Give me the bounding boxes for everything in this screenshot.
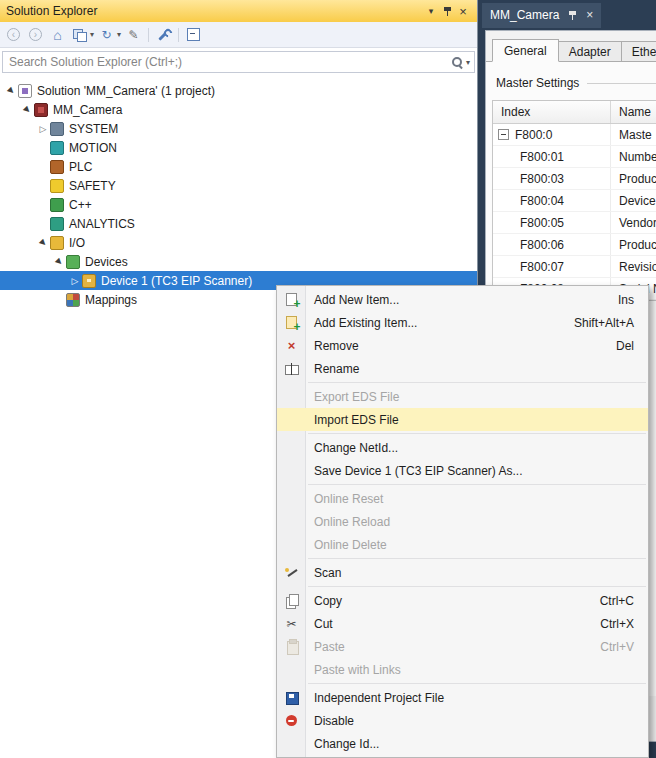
- master-settings-table: Index Name F800:0 Maste F800:01 Numbe F8…: [492, 100, 656, 301]
- tree-item-solution[interactable]: ▶ Solution 'MM_Camera' (1 project): [0, 81, 477, 100]
- table-row[interactable]: F800:04 Device: [493, 190, 656, 212]
- menu-item-import-eds-file[interactable]: Import EDS File: [277, 408, 648, 431]
- chevron-down-icon[interactable]: ▾: [117, 30, 121, 39]
- chevron-down-icon[interactable]: ▾: [466, 58, 470, 67]
- tree-item-io[interactable]: ▶ I/O: [0, 233, 477, 252]
- menu-item-label: Change Id...: [314, 737, 634, 751]
- group-label-text: Master Settings: [496, 76, 579, 90]
- menu-item-disable[interactable]: Disable: [277, 709, 648, 732]
- home-button[interactable]: ⌂: [48, 25, 67, 44]
- tab-general[interactable]: General: [492, 39, 559, 62]
- tree-item-system[interactable]: ▷ SYSTEM: [0, 119, 477, 138]
- menu-item-label: Online Reset: [314, 492, 634, 506]
- menu-separator: [308, 558, 646, 559]
- tree-item-label: Device 1 (TC3 EIP Scanner): [101, 274, 258, 288]
- cell-name: Device: [611, 194, 656, 208]
- expander-icon[interactable]: ▷: [68, 276, 82, 286]
- menu-item-label: Independent Project File: [314, 691, 634, 705]
- menu-item-change-netid[interactable]: Change NetId...: [277, 436, 648, 459]
- tree-item-cpp[interactable]: C++: [0, 195, 477, 214]
- menu-item-label: Change NetId...: [314, 441, 634, 455]
- nav-back-button[interactable]: ‹: [4, 25, 23, 44]
- forward-icon: ›: [29, 28, 42, 41]
- tree-item-label: PLC: [69, 160, 98, 174]
- scope-button[interactable]: [70, 25, 89, 44]
- menu-item-online-reset: Online Reset: [277, 487, 648, 510]
- nav-forward-button[interactable]: ›: [26, 25, 45, 44]
- cut-scissors-icon: ✂: [284, 616, 300, 632]
- tree-item-project-mm-camera[interactable]: ▶ MM_Camera: [0, 100, 477, 119]
- close-icon[interactable]: ×: [586, 9, 593, 22]
- tab-ethernet[interactable]: EtherN: [621, 41, 656, 62]
- table-row[interactable]: F800:07 Revisio: [493, 256, 656, 278]
- search-box: ▾: [2, 51, 475, 73]
- search-input[interactable]: [3, 55, 450, 69]
- menu-item-rename[interactable]: Rename: [277, 357, 648, 380]
- menu-item-save-device-as[interactable]: Save Device 1 (TC3 EIP Scanner) As...: [277, 459, 648, 482]
- tab-label: EtherN: [632, 45, 656, 59]
- expander-icon[interactable]: ▶: [3, 82, 20, 99]
- device-icon: [82, 274, 96, 288]
- table-row[interactable]: F800:0 Maste: [493, 124, 656, 146]
- pin-button[interactable]: [439, 3, 455, 19]
- column-header-index[interactable]: Index: [493, 101, 611, 123]
- tree-item-plc[interactable]: PLC: [0, 157, 477, 176]
- menu-item-remove[interactable]: × Remove Del: [277, 334, 648, 357]
- menu-item-cut[interactable]: ✂ Cut Ctrl+X: [277, 612, 648, 635]
- expander-icon[interactable]: ▶: [19, 101, 36, 118]
- menu-item-add-existing-item[interactable]: Add Existing Item... Shift+Alt+A: [277, 311, 648, 334]
- home-icon: ⌂: [53, 28, 61, 42]
- tree-item-label: SAFETY: [69, 179, 122, 193]
- menu-item-scan[interactable]: Scan: [277, 561, 648, 584]
- analytics-icon: [50, 217, 64, 231]
- tree-item-devices[interactable]: ▶ Devices: [0, 252, 477, 271]
- cell-name: Vendor: [611, 216, 656, 230]
- tree-item-label: Solution 'MM_Camera' (1 project): [37, 84, 221, 98]
- edit-button[interactable]: ✎: [124, 25, 143, 44]
- tree-item-motion[interactable]: MOTION: [0, 138, 477, 157]
- table-row[interactable]: F800:06 Produc: [493, 234, 656, 256]
- app-window: Solution Explorer ▾ × ‹ › ⌂ ▾ ↻ ▾ ✎ ▾: [0, 0, 656, 758]
- table-header: Index Name: [493, 101, 656, 124]
- collapse-all-icon: [187, 28, 200, 41]
- wrench-icon: [156, 27, 172, 43]
- tab-adapter[interactable]: Adapter: [558, 41, 622, 62]
- document-tab-label: MM_Camera: [490, 8, 559, 22]
- tree-item-analytics[interactable]: ANALYTICS: [0, 214, 477, 233]
- menu-item-copy[interactable]: Copy Ctrl+C: [277, 589, 648, 612]
- column-header-name[interactable]: Name: [611, 105, 656, 119]
- expander-icon[interactable]: ▷: [36, 124, 50, 134]
- collapse-minus-icon[interactable]: [498, 129, 509, 140]
- menu-item-label: Add New Item...: [314, 293, 598, 307]
- properties-button[interactable]: [154, 25, 173, 44]
- tree-item-label: I/O: [69, 236, 91, 250]
- document-tab-mm-camera[interactable]: MM_Camera ×: [482, 3, 601, 28]
- search-icon[interactable]: [450, 55, 465, 70]
- table-row[interactable]: F800:01 Numbe: [493, 146, 656, 168]
- menu-item-independent-project-file[interactable]: Independent Project File: [277, 686, 648, 709]
- scan-icon: [284, 565, 300, 581]
- context-menu: Add New Item... Ins Add Existing Item...…: [276, 285, 649, 758]
- collapse-all-button[interactable]: [184, 25, 203, 44]
- cell-index: F800:07: [493, 256, 611, 277]
- menu-item-paste: Paste Ctrl+V: [277, 635, 648, 658]
- tree-item-label: C++: [69, 198, 98, 212]
- expander-icon[interactable]: ▶: [51, 253, 68, 270]
- pin-icon[interactable]: [567, 9, 578, 22]
- solution-explorer-titlebar[interactable]: Solution Explorer ▾ ×: [0, 0, 477, 22]
- table-row[interactable]: F800:05 Vendor: [493, 212, 656, 234]
- expander-icon[interactable]: ▶: [35, 234, 52, 251]
- close-button[interactable]: ×: [455, 3, 471, 19]
- window-menu-button[interactable]: ▾: [423, 3, 439, 19]
- sync-button[interactable]: ↻: [97, 25, 116, 44]
- menu-item-change-id[interactable]: Change Id...: [277, 732, 648, 755]
- remove-x-icon: ×: [284, 338, 300, 354]
- chevron-down-icon[interactable]: ▾: [90, 30, 94, 39]
- menu-item-add-new-item[interactable]: Add New Item... Ins: [277, 288, 648, 311]
- menu-item-shortcut: Ctrl+X: [600, 617, 634, 631]
- table-row[interactable]: F800:03 Produc: [493, 168, 656, 190]
- tree-item-label: ANALYTICS: [69, 217, 141, 231]
- tree-item-safety[interactable]: SAFETY: [0, 176, 477, 195]
- add-new-item-icon: [284, 292, 300, 308]
- tree-item-label: SYSTEM: [69, 122, 124, 136]
